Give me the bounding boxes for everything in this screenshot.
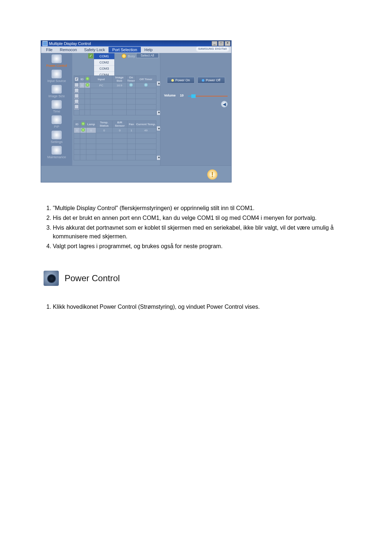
volume-value: 10 — [180, 94, 184, 97]
sidebar-item-label: Settings — [42, 140, 71, 144]
col-lamp: Lamp — [86, 121, 96, 128]
section-title: Power Control — [65, 272, 120, 285]
table-row[interactable] — [74, 139, 156, 144]
col-br-sensor: B/R Sensor — [113, 121, 127, 128]
menu-safety-lock[interactable]: Safety Lock — [81, 47, 109, 53]
status-dot-icon — [81, 122, 85, 126]
header-checkbox[interactable]: ✓ — [74, 77, 79, 81]
row-checkbox[interactable] — [74, 104, 79, 109]
menu-file[interactable]: File — [42, 47, 56, 53]
power-on-label: Power On — [175, 78, 190, 82]
volume-thumb[interactable] — [191, 94, 196, 98]
col-on-timer: On Timer — [127, 76, 136, 83]
port-option-label: COM1 — [99, 54, 109, 58]
led-off-icon — [202, 79, 204, 82]
table-row[interactable] — [74, 104, 156, 110]
sidebar-item-settings[interactable]: Settings — [42, 131, 71, 144]
select-all-button[interactable]: Select All — [136, 53, 159, 58]
maximize-button[interactable]: □ — [218, 41, 224, 46]
status-dot-icon — [81, 128, 85, 132]
right-panel: Power On Power Off Volume 10 — [160, 53, 231, 165]
busy-label: Busy — [128, 54, 135, 58]
pip-icon — [52, 115, 62, 124]
col-id: ID — [79, 76, 85, 83]
center-panel: Select All Busy ✓ COM1 COM2 COM3 COM4 — [72, 53, 160, 165]
col-id: ID — [74, 121, 80, 128]
power-off-button[interactable]: Power Off — [197, 77, 225, 83]
sidebar-item-label: Image Size — [42, 94, 71, 98]
busy-indicator — [122, 54, 126, 58]
menu-remocon[interactable]: Remocon — [56, 47, 81, 53]
status-table: ID Lamp Temp. Status B/R Sensor Fan Curr… — [74, 120, 156, 160]
check-icon: ✓ — [88, 53, 93, 58]
menu-port-selection[interactable]: Port Selection — [109, 47, 140, 53]
title-bar[interactable]: Multiple Display Control — [41, 41, 231, 46]
settings-icon — [52, 131, 62, 139]
brand-label: SAMSUNG DIGITall — [196, 46, 229, 52]
table-row[interactable] — [74, 155, 156, 160]
display-table: ✓ ID Input Image Size On Timer Off Timer — [74, 75, 156, 115]
list-item: Klikk hovedikonet Power Control (Strømst… — [53, 303, 348, 311]
status-bar: ! — [41, 165, 231, 182]
row-checkbox[interactable] — [74, 83, 79, 87]
port-option-com3[interactable]: COM3 — [94, 66, 114, 72]
sidebar-item-time[interactable]: Time — [42, 100, 71, 113]
row-checkbox[interactable] — [74, 94, 79, 98]
table-row[interactable]: 0 0 0 0 1 49 — [74, 128, 156, 133]
sidebar-item-label: Input Source — [42, 79, 71, 83]
col-input: Input — [90, 76, 113, 83]
table-row[interactable] — [74, 88, 156, 94]
table-row[interactable] — [74, 110, 156, 115]
table-row[interactable] — [74, 133, 156, 139]
input-source-icon — [52, 70, 62, 78]
sidebar-item-pip[interactable]: PIP — [42, 115, 71, 128]
table-row[interactable] — [74, 149, 156, 155]
speaker-icon[interactable]: ◀ — [221, 101, 228, 107]
row-checkbox[interactable] — [74, 99, 79, 103]
table-row[interactable]: 0 PC 16:9 — [74, 83, 156, 88]
table-row[interactable] — [74, 99, 156, 104]
minimize-button[interactable]: _ — [212, 41, 217, 46]
sidebar-item-input-source[interactable]: Input Source — [42, 70, 71, 83]
close-button[interactable]: × — [225, 41, 230, 46]
row-checkbox[interactable] — [74, 88, 79, 93]
time-icon — [52, 100, 62, 109]
sidebar-item-label: Maintenance — [42, 155, 71, 159]
status-dot-icon — [86, 77, 89, 81]
menu-help[interactable]: Help — [141, 47, 156, 53]
app-title: Multiple Display Control — [49, 41, 91, 46]
volume-slider[interactable] — [188, 96, 228, 97]
sidebar-item-image-size[interactable]: Image Size — [42, 85, 71, 98]
power-on-button[interactable]: Power On — [167, 77, 195, 83]
list-item: Hvis akkurat det portnavnet som er koble… — [53, 223, 348, 240]
power-control-icon — [52, 54, 62, 63]
cell-fan: 1 — [127, 128, 136, 133]
sidebar: Power Control Input Source Image Size Ti… — [41, 53, 72, 165]
app-window: Multiple Display Control _ □ × File Remo… — [41, 41, 231, 182]
volume-label: Volume — [164, 94, 176, 97]
col-temp-status: Temp. Status — [96, 121, 113, 128]
port-selection-dropdown[interactable]: ✓ COM1 COM2 COM3 COM4 — [94, 53, 115, 78]
list-item: His det er brukt en annen port enn COM1,… — [53, 214, 348, 222]
power-control-section-icon — [44, 271, 59, 286]
col-image-size: Image Size — [113, 76, 127, 83]
image-size-icon — [52, 85, 62, 94]
port-option-com2[interactable]: COM2 — [94, 59, 114, 66]
table-row[interactable] — [74, 144, 156, 149]
port-option-com1[interactable]: ✓ COM1 — [94, 53, 114, 59]
timer-dot-icon — [144, 83, 148, 87]
cell-image-size: 16:9 — [113, 83, 127, 88]
info-icon: ! — [207, 169, 217, 180]
col-off-timer: Off Timer — [136, 76, 156, 83]
cell-temp-status: 0 — [96, 128, 113, 133]
col-fan: Fan — [127, 121, 136, 128]
col-current-temp: Current Temp. — [136, 121, 156, 128]
document-body: "Multiple Display Control" (flerskjermst… — [44, 204, 348, 311]
timer-dot-icon — [129, 83, 133, 87]
cell-id: 0 — [79, 83, 85, 88]
table-row[interactable] — [74, 94, 156, 99]
sidebar-item-power-control[interactable]: Power Control — [42, 54, 71, 67]
sidebar-item-maintenance[interactable]: Maintenance — [42, 146, 71, 159]
status-dot-icon — [86, 83, 89, 87]
cell-current-temp: 49 — [136, 128, 156, 133]
